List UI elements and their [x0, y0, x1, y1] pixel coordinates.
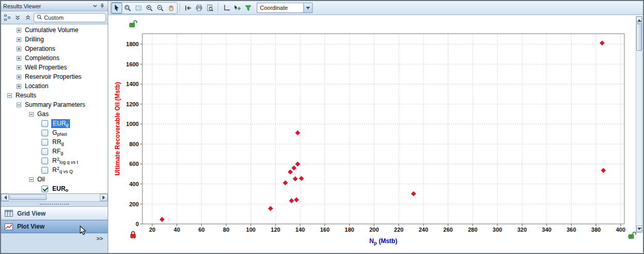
tree-item[interactable]: Drilling — [1, 35, 108, 44]
checkbox[interactable] — [41, 148, 48, 155]
expand-plus-icon[interactable] — [17, 65, 21, 70]
x-tick-label: 300 — [493, 227, 502, 233]
checkbox[interactable] — [41, 186, 48, 192]
checkbox[interactable] — [41, 130, 48, 136]
tree-item-label: GpNet — [51, 129, 68, 137]
x-tick-label: 60 — [198, 227, 204, 233]
axes-tool-button[interactable] — [221, 3, 232, 13]
tree-horizontal-scrollbar[interactable] — [1, 194, 108, 202]
expand-plus-icon[interactable] — [17, 28, 21, 33]
scroll-up-button[interactable] — [636, 17, 642, 23]
results-tree[interactable]: Cumulative VolumeDrillingOperationsCompl… — [1, 24, 108, 194]
tracking-tool-button[interactable] — [232, 3, 243, 13]
y-tick-label: 1800 — [126, 41, 139, 47]
triangle-down-icon — [637, 228, 641, 232]
scrollbar-track[interactable] — [9, 194, 100, 201]
expand-plus-icon[interactable] — [17, 37, 21, 42]
scrollbar-track[interactable] — [636, 23, 642, 225]
tree-item[interactable]: EURo — [1, 184, 108, 193]
expand-plus-icon[interactable] — [17, 47, 21, 51]
tree-item[interactable]: Cumulative Volume — [1, 25, 108, 35]
x-tick-label: 360 — [566, 227, 576, 233]
view-options-icon[interactable] — [3, 13, 12, 22]
grid-view-label: Grid View — [17, 210, 46, 217]
select-tool-button[interactable] — [111, 3, 122, 13]
x-tick-label: 200 — [369, 227, 378, 233]
tree-item[interactable]: Well Properties — [1, 63, 108, 72]
panel-title-bar: Results Viewer — [1, 1, 108, 11]
tree-item[interactable]: Reservoir Properties — [1, 72, 108, 81]
print-preview-tool-button[interactable] — [204, 3, 215, 13]
tree-item-label: R2log q vs t — [51, 157, 79, 165]
checkbox[interactable] — [41, 139, 48, 146]
zoom-out-tool-button[interactable] — [155, 3, 166, 13]
plot-area[interactable]: 2040608010012014016018020022024026028030… — [108, 15, 643, 253]
tree-item[interactable]: EURg — [1, 119, 108, 128]
tree-item[interactable]: GpNet — [1, 128, 108, 137]
coordinate-combo[interactable]: Coordinate — [257, 3, 313, 13]
collapse-all-icon[interactable] — [23, 13, 33, 22]
chevron-down-icon[interactable] — [91, 3, 98, 10]
scatter-plot[interactable]: 2040608010012014016018020022024026028030… — [108, 15, 643, 253]
app-window: Results Viewer Custom Cumulative VolumeD… — [0, 0, 644, 254]
scrollbar-thumb[interactable] — [9, 194, 47, 200]
select-region-tool-button[interactable] — [133, 3, 144, 13]
expand-plus-icon[interactable] — [17, 75, 21, 79]
tree-item[interactable]: Completions — [1, 53, 108, 63]
tree-item[interactable]: RRg — [1, 137, 108, 147]
zoom-in-tool-button[interactable] — [144, 3, 155, 13]
x-tick-label: 80 — [223, 227, 229, 233]
scroll-right-button[interactable] — [100, 194, 108, 201]
search-icon — [36, 14, 42, 21]
collapse-minus-icon[interactable] — [29, 177, 34, 182]
y-tick-label: 200 — [129, 201, 139, 207]
filter-tool-button[interactable] — [243, 3, 254, 13]
tree-item[interactable]: Results — [1, 91, 108, 100]
reset-zoom-tool-button[interactable] — [183, 3, 194, 13]
x-axis-label: Np (Mstb) — [370, 237, 398, 246]
plot-view-button[interactable]: Plot View — [1, 220, 108, 233]
tree-item[interactable]: Gas — [1, 109, 108, 119]
checkbox[interactable] — [41, 158, 48, 164]
tree-item[interactable]: Summary Parameters — [1, 100, 108, 109]
scrollbar-thumb[interactable] — [636, 24, 642, 51]
y-tick-label: 800 — [129, 141, 139, 147]
tree-item[interactable]: Oil — [1, 175, 108, 184]
y-tick-label: 400 — [129, 181, 139, 187]
expand-plus-icon[interactable] — [17, 56, 21, 61]
tree-item-label: EURo — [51, 185, 69, 193]
mouse-cursor — [80, 225, 86, 237]
tree-item[interactable]: R2log q vs t — [1, 156, 108, 165]
collapse-minus-icon[interactable] — [7, 93, 12, 98]
tree-item[interactable]: Operations — [1, 44, 108, 53]
scroll-left-button[interactable] — [1, 194, 9, 201]
print-tool-button[interactable] — [194, 3, 204, 13]
checkbox[interactable] — [41, 167, 48, 174]
splitter-grip[interactable] — [1, 202, 108, 206]
expand-all-icon[interactable] — [13, 13, 22, 22]
tree-item[interactable]: Location — [1, 81, 108, 91]
pin-icon[interactable] — [98, 3, 106, 10]
expand-chevrons[interactable]: >> — [96, 235, 103, 242]
pan-tool-button[interactable] — [166, 3, 177, 13]
tree-item[interactable]: R2q vs Q — [1, 165, 108, 175]
zoom-window-tool-button[interactable] — [122, 3, 133, 13]
collapse-minus-icon[interactable] — [29, 112, 34, 117]
chevron-down-icon[interactable] — [303, 3, 312, 12]
tree-item-label: Results — [14, 92, 37, 99]
y-tick-label: 1400 — [126, 81, 139, 87]
checkbox[interactable] — [41, 120, 48, 127]
axis-lock-icon-top-left[interactable] — [129, 20, 138, 28]
expand-plus-icon[interactable] — [17, 84, 21, 89]
plot-view-panel: Coordinate 20406080100120140160180200220… — [108, 1, 643, 253]
tree-item[interactable]: RFg — [1, 147, 108, 156]
vertical-scrollbar[interactable] — [636, 16, 642, 233]
collapse-minus-icon[interactable] — [17, 103, 21, 107]
panel-expand-bar[interactable]: >> — [1, 233, 108, 244]
triangle-right-icon — [103, 195, 107, 200]
tree-filter-box[interactable]: Custom — [34, 13, 106, 22]
axis-lock-icon-bottom-left[interactable] — [129, 231, 139, 239]
grid-view-button[interactable]: Grid View — [1, 206, 108, 220]
y-tick-label: 600 — [129, 161, 139, 167]
scroll-down-button[interactable] — [636, 225, 642, 232]
